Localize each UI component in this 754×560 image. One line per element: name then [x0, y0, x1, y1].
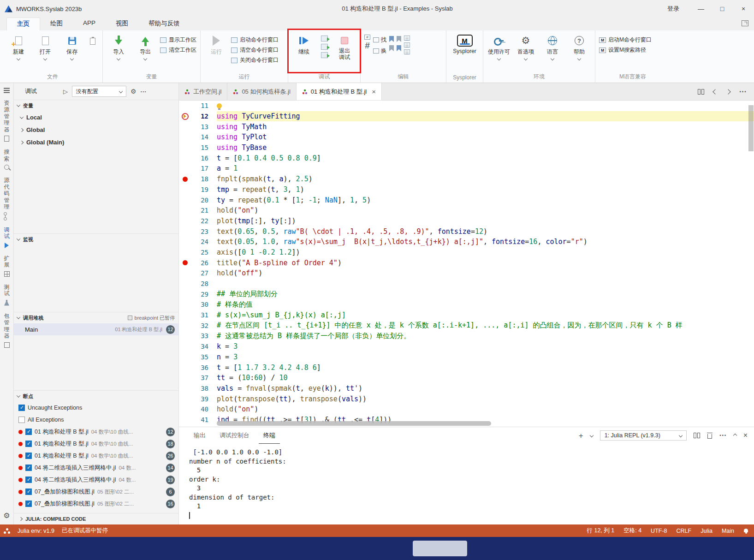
gutter-margin[interactable]	[179, 247, 191, 258]
editor-tab-b-spline[interactable]: 01 构造和处理 B 型.jl	[297, 83, 382, 100]
language-button[interactable]: 语言	[540, 32, 564, 71]
checkbox[interactable]	[18, 417, 25, 423]
activity-item-source-control-icon[interactable]: 源代码管理	[3, 177, 11, 220]
code-line[interactable]: 19tmp = repeat(t, 3, 1)	[179, 185, 754, 195]
breakpoint-item[interactable]: 04 将二维选项插入三维网格中.jl04 数...14	[14, 462, 178, 474]
code-editor[interactable]: 1112using TyCurveFitting13using TyMath14…	[179, 101, 754, 427]
export-button[interactable]: 导出	[133, 32, 157, 71]
gutter-margin[interactable]	[179, 205, 191, 216]
minimize-button[interactable]: —	[690, 0, 712, 18]
debug-more-icon[interactable]	[141, 88, 147, 95]
code-line[interactable]: 40hold("on")	[179, 404, 754, 415]
replace-button[interactable]: 换	[373, 47, 386, 55]
code-text[interactable]: text(0.65, 0.5, raw"B( \cdot | .1, .4, .…	[217, 226, 754, 237]
code-text[interactable]: ## 单位的局部划分	[217, 289, 754, 299]
show-workspace-button[interactable]: 显示工作区	[160, 36, 196, 44]
checkbox[interactable]	[18, 405, 25, 411]
bookmark-prev-icon[interactable]	[389, 45, 394, 51]
taskbar-item[interactable]	[413, 541, 467, 556]
code-line[interactable]: 15using TyBase	[179, 143, 754, 153]
code-text[interactable]: hold("on")	[217, 205, 754, 216]
start-debug-icon[interactable]	[63, 88, 68, 95]
activity-item-package-icon[interactable]: 包管理器	[4, 313, 10, 348]
outline-list-icon[interactable]	[404, 36, 410, 41]
code-line[interactable]: 32# 在节点区间 [t_i .. t_{i+1}] 中的任意 x 处，是 k …	[179, 320, 754, 331]
code-line[interactable]: 21hold("on")	[179, 205, 754, 216]
editor-tab-workspace[interactable]: 工作空间.jl	[179, 83, 227, 100]
code-line[interactable]: 28	[179, 279, 754, 289]
checkbox[interactable]	[25, 489, 32, 495]
panel-tab[interactable]: 终端	[259, 427, 280, 444]
code-text[interactable]: # s(x)=\sum_j B_{j,k}(x) a[:,j]	[217, 310, 754, 321]
code-line[interactable]: 22plot(tmp[:], ty[:])	[179, 216, 754, 226]
status-item[interactable]: 行 12, 列 1	[587, 527, 614, 535]
gutter-margin[interactable]	[179, 226, 191, 237]
code-text[interactable]: hold("on")	[217, 404, 754, 415]
continue-button[interactable]: 继续	[292, 32, 316, 71]
callstack-frame[interactable]: Main 01 构造和处理 B 型.jl 12	[14, 323, 178, 335]
gutter-margin[interactable]	[179, 393, 191, 404]
gutter-margin[interactable]	[179, 299, 191, 310]
outline-list-icon[interactable]	[404, 49, 410, 54]
gutter-margin[interactable]	[179, 352, 191, 363]
code-text[interactable]: axis([0 1 -0.2 1.2])	[217, 247, 754, 258]
code-line[interactable]: 17a = 1	[179, 163, 754, 174]
tree-item-local[interactable]: Local	[14, 111, 178, 124]
gutter-margin[interactable]	[179, 101, 191, 111]
code-text[interactable]: using TyMath	[217, 121, 754, 132]
activity-item-test-icon[interactable]: 测试	[4, 284, 10, 306]
code-text[interactable]: plot(transpose(tt), transpose(vals))	[217, 393, 754, 404]
code-line[interactable]: 29## 单位的局部划分	[179, 289, 754, 299]
gutter-margin[interactable]	[179, 331, 191, 341]
login-button[interactable]: 登录	[656, 5, 690, 13]
start-m-command-window-button[interactable]: M 启动M命令行窗口	[599, 36, 652, 44]
status-item[interactable]: Main	[722, 528, 734, 534]
code-text[interactable]: a = 1	[217, 163, 754, 174]
new-terminal-button[interactable]	[579, 432, 583, 440]
code-line[interactable]: 36t = [1 1.7 3.2 4.2 4.8 6]	[179, 362, 754, 373]
code-line[interactable]: 24text(0.05, 1.0, raw"s(x)=\sum_j B(x|t_…	[179, 237, 754, 247]
ribbon-tab[interactable]: 主页	[6, 18, 40, 30]
code-text[interactable]: title("A B-spline of Order 4")	[217, 257, 754, 268]
checkbox[interactable]	[25, 477, 32, 483]
code-text[interactable]: ty = repeat(0.1 * [1; -1; NaN], 1, 5)	[217, 195, 754, 205]
code-text[interactable]: t = [0.1 0.4 0.5 0.8 0.9]	[217, 153, 754, 163]
lightbulb-icon[interactable]	[217, 103, 222, 108]
exception-toggle-row[interactable]: Uncaught Exceptions	[14, 402, 178, 414]
activity-item-debug-icon[interactable]: 调试	[4, 226, 10, 248]
sysplorer-button[interactable]: M Sysplorer	[453, 32, 477, 73]
debug-config-dropdown[interactable]: 没有配置	[72, 86, 126, 97]
code-text[interactable]	[217, 279, 754, 289]
ribbon-tab[interactable]: 视图	[106, 18, 138, 30]
gutter-margin[interactable]	[179, 373, 191, 383]
scrollbar-thumb[interactable]	[748, 105, 754, 151]
toggle-comment-button[interactable]: # #	[364, 32, 370, 71]
panel-tab[interactable]: 调试控制台	[215, 427, 254, 444]
status-item[interactable]: CRLF	[677, 528, 692, 534]
import-button[interactable]: 导入	[107, 32, 131, 71]
breakpoint-item[interactable]: 01 构造和处理 B 型.jl04 数学\10 曲线...12	[14, 426, 178, 438]
split-terminal-icon[interactable]	[694, 433, 700, 438]
code-line[interactable]: 39plot(transpose(tt), transpose(vals))	[179, 393, 754, 404]
gutter-margin[interactable]	[179, 163, 191, 174]
gutter-margin[interactable]	[179, 132, 191, 143]
code-line[interactable]: 13using TyMath	[179, 121, 754, 132]
breakpoint-icon[interactable]	[179, 174, 191, 185]
exception-toggle-row[interactable]: All Exceptions	[14, 414, 178, 426]
maximize-button[interactable]: □	[712, 0, 733, 18]
gutter-margin[interactable]	[179, 143, 191, 153]
tree-item-global-main[interactable]: Global (Main)	[14, 136, 178, 149]
panel-more-icon[interactable]	[719, 431, 727, 440]
code-line[interactable]: 23text(0.65, 0.5, raw"B( \cdot | .1, .4,…	[179, 226, 754, 237]
code-line[interactable]: 18fnplt(spmak(t, a), 2.5)	[179, 174, 754, 185]
code-text[interactable]: # 这通常被总结为 B 样条提供了一个局部（非负）单位划分。	[217, 331, 754, 341]
ribbon-tab[interactable]: APP	[73, 18, 106, 30]
gutter-margin[interactable]	[179, 415, 191, 425]
status-debug-state[interactable]: 已在调试器中暂停	[62, 527, 108, 535]
license-button[interactable]: 使用许可	[487, 32, 511, 71]
kill-terminal-icon[interactable]	[707, 433, 712, 439]
editor-tab-spline-example[interactable]: 05 如何构造样条.jl	[227, 83, 296, 100]
new-button[interactable]: + 新建	[6, 32, 30, 71]
gutter-margin[interactable]	[179, 153, 191, 163]
terminal-launch-dropdown-icon[interactable]	[589, 434, 593, 437]
